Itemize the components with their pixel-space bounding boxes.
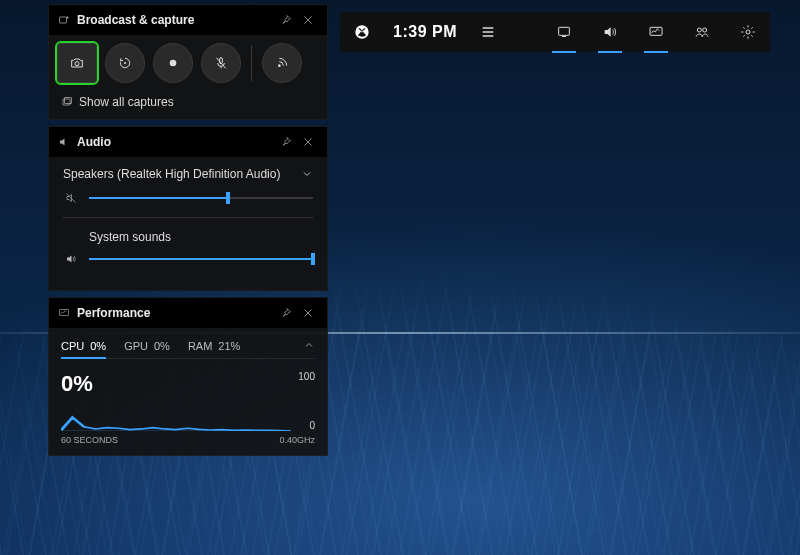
cpu-current-value: 0% xyxy=(61,371,93,397)
audio-widget-icon xyxy=(602,24,618,40)
mic-toggle-button[interactable] xyxy=(201,43,241,83)
svg-rect-7 xyxy=(60,17,67,23)
capture-header-icon xyxy=(57,13,71,27)
performance-header-icon xyxy=(57,306,71,320)
broadcast-icon xyxy=(274,55,290,71)
show-all-captures-link[interactable]: Show all captures xyxy=(57,93,319,111)
y-axis-max: 100 xyxy=(298,371,315,382)
camera-icon xyxy=(69,55,85,71)
pin-icon xyxy=(280,136,292,148)
svg-point-6 xyxy=(746,30,750,34)
audio-widget-toggle[interactable] xyxy=(588,12,632,52)
separator xyxy=(63,217,313,218)
chevron-up-icon xyxy=(303,339,315,351)
capture-widget-toggle[interactable] xyxy=(542,12,586,52)
social-icon xyxy=(694,24,710,40)
close-button[interactable] xyxy=(297,9,319,31)
cpu-frequency: 0.40GHz xyxy=(279,435,315,445)
pin-button[interactable] xyxy=(275,9,297,31)
collapse-button[interactable] xyxy=(303,339,315,354)
mic-off-icon xyxy=(213,55,229,71)
close-button[interactable] xyxy=(297,302,319,324)
svg-point-0 xyxy=(355,25,368,38)
settings-gear-icon xyxy=(740,24,756,40)
capture-panel-title: Broadcast & capture xyxy=(77,13,275,27)
performance-tabs: CPU 0% GPU 0% RAM 21% xyxy=(61,334,315,359)
xbox-icon xyxy=(354,24,370,40)
svg-rect-15 xyxy=(65,98,72,104)
x-axis-label: 60 SECONDS xyxy=(61,435,118,445)
tab-cpu[interactable]: CPU 0% xyxy=(61,334,106,358)
capture-panel-header[interactable]: Broadcast & capture xyxy=(49,5,327,35)
system-sounds-label: System sounds xyxy=(89,230,313,244)
pin-button[interactable] xyxy=(275,131,297,153)
tab-gpu[interactable]: GPU 0% xyxy=(124,334,170,358)
svg-rect-1 xyxy=(559,27,570,35)
gallery-icon xyxy=(61,96,73,108)
svg-point-9 xyxy=(75,62,79,66)
close-icon xyxy=(302,307,314,319)
chevron-down-icon xyxy=(301,168,313,180)
system-volume-slider[interactable] xyxy=(89,252,313,266)
speaker-icon xyxy=(65,253,77,265)
close-icon xyxy=(302,136,314,148)
pin-button[interactable] xyxy=(275,302,297,324)
svg-point-13 xyxy=(278,64,281,67)
performance-widget-toggle[interactable] xyxy=(634,12,678,52)
capture-panel: Broadcast & capture xyxy=(48,4,328,120)
xbox-button[interactable] xyxy=(340,12,384,52)
record-icon xyxy=(165,55,181,71)
audio-panel-header[interactable]: Audio xyxy=(49,127,327,157)
close-icon xyxy=(302,14,314,26)
pin-icon xyxy=(280,14,292,26)
svg-point-5 xyxy=(703,28,707,32)
record-last-button[interactable] xyxy=(105,43,145,83)
broadcast-button[interactable] xyxy=(262,43,302,83)
widget-column: Broadcast & capture xyxy=(48,4,328,456)
performance-widget-icon xyxy=(648,24,664,40)
clock: 1:39 PM xyxy=(386,12,464,52)
show-all-captures-label: Show all captures xyxy=(79,95,174,109)
xbox-social-button[interactable] xyxy=(680,12,724,52)
settings-button[interactable] xyxy=(726,12,770,52)
rewind-icon xyxy=(117,55,133,71)
device-mute-button[interactable] xyxy=(63,192,79,204)
capture-button-row xyxy=(57,43,319,83)
gamebar-topbar: 1:39 PM xyxy=(340,12,770,52)
svg-point-4 xyxy=(697,28,701,32)
device-volume-slider[interactable] xyxy=(89,191,313,205)
performance-panel-header[interactable]: Performance xyxy=(49,298,327,328)
audio-panel: Audio Speakers (Realtek High Definition … xyxy=(48,126,328,291)
svg-point-8 xyxy=(67,17,69,19)
pin-icon xyxy=(280,307,292,319)
svg-rect-2 xyxy=(562,36,566,37)
record-button[interactable] xyxy=(153,43,193,83)
speaker-muted-icon xyxy=(65,192,77,204)
svg-point-11 xyxy=(170,60,177,67)
performance-panel: Performance CPU 0% GPU 0% RAM 21 xyxy=(48,297,328,456)
performance-panel-title: Performance xyxy=(77,306,275,320)
y-axis-min: 0 xyxy=(309,420,315,431)
screenshot-button[interactable] xyxy=(57,43,97,83)
menu-icon xyxy=(480,24,496,40)
capture-widget-icon xyxy=(556,24,572,40)
output-device-name: Speakers (Realtek High Definition Audio) xyxy=(63,167,280,181)
audio-panel-title: Audio xyxy=(77,135,275,149)
audio-header-icon xyxy=(57,135,71,149)
tab-ram[interactable]: RAM 21% xyxy=(188,334,240,358)
separator xyxy=(251,45,252,81)
cpu-chart: 0% 100 0 60 SECONDS 0.40GHz xyxy=(61,367,315,445)
widgets-menu-button[interactable] xyxy=(466,12,510,52)
svg-point-10 xyxy=(124,62,126,64)
cpu-sparkline xyxy=(61,397,291,431)
system-mute-button[interactable] xyxy=(63,253,79,265)
svg-rect-14 xyxy=(63,99,70,105)
close-button[interactable] xyxy=(297,131,319,153)
output-device-row[interactable]: Speakers (Realtek High Definition Audio) xyxy=(63,167,313,181)
